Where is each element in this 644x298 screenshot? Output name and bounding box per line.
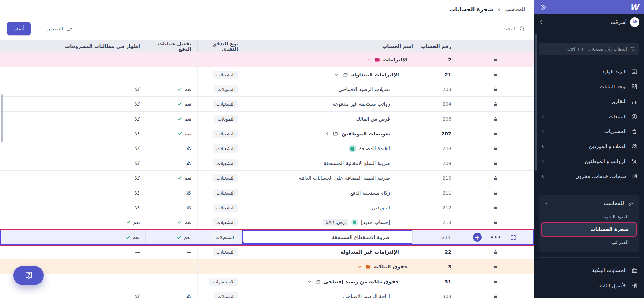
cell-cashflow-type[interactable]: التشغيلات (197, 141, 243, 156)
table-row[interactable]: 207تعويضات الموظفينالتشغيلاتنعمكلا (0, 126, 534, 141)
cell-payments-enabled[interactable]: كلا (146, 141, 197, 156)
cell-account-number[interactable]: 212 (413, 200, 457, 215)
cell-account-number[interactable]: 207 (413, 126, 457, 141)
cell-show-in-expense-claims[interactable]: — (0, 67, 146, 82)
cell-show-in-expense-claims[interactable]: كلا (0, 82, 146, 96)
cell-show-in-expense-claims[interactable]: نعم (0, 215, 146, 229)
sidebar-item-reports[interactable]: التقارير (534, 94, 644, 109)
cell-account-name[interactable]: حقوق الملكية (243, 259, 413, 274)
cell-account-number[interactable]: 209 (413, 156, 457, 170)
cell-account-number[interactable]: 206 (413, 112, 457, 126)
cell-account-name[interactable]: تعويضات الموظفين (243, 126, 413, 141)
cell-account-name[interactable]: [حساب جديد]ر.س. SAR (243, 215, 413, 229)
table-row[interactable]: 3حقوق الملكية——— (0, 259, 534, 274)
cell-account-name[interactable]: ضريبة الاستقطاع المستحقة (242, 230, 412, 244)
cell-cashflow-type[interactable]: التشغيلات (197, 97, 243, 111)
cell-cashflow-type[interactable]: التمويلات (197, 82, 243, 96)
cell-cashflow-type[interactable]: التشغيلات (197, 156, 243, 170)
cell-account-number[interactable]: 31 (413, 274, 457, 289)
sidebar-item-bank-accounts[interactable]: الحسابات البنكية (534, 263, 644, 278)
cell-show-in-expense-claims[interactable]: كلا (0, 289, 146, 298)
expand-row-icon[interactable] (510, 234, 516, 241)
table-row[interactable]: 31حقوق ملكية من رصيد إفتتاحىالاستثمارات—… (0, 274, 534, 289)
sidebar-item-chart-of-accounts[interactable]: شجرة الحسابات (542, 223, 636, 236)
cell-payments-enabled[interactable]: — (146, 52, 197, 67)
cell-cashflow-type[interactable]: — (197, 259, 243, 274)
cell-cashflow-type[interactable]: التشغيلات (197, 171, 243, 185)
cell-cashflow-type[interactable]: التشغيلات (197, 245, 243, 259)
cell-payments-enabled[interactable]: كلا (146, 289, 197, 298)
cell-cashflow-type[interactable]: التمويلات (197, 289, 243, 298)
cell-cashflow-type[interactable]: — (197, 52, 243, 67)
sidebar-item-manual-journals[interactable]: القيود اليدوية (542, 210, 636, 223)
cell-account-name[interactable]: الموردين (243, 200, 413, 215)
cell-cashflow-type[interactable]: التشغيلات (197, 215, 243, 229)
cell-cashflow-type[interactable]: الاستثمارات (197, 274, 243, 289)
cell-payments-enabled[interactable]: نعم (145, 230, 197, 244)
cell-show-in-expense-claims[interactable]: كلا (0, 156, 146, 170)
cell-account-number[interactable]: 3 (413, 259, 457, 274)
cell-payments-enabled[interactable]: كلا (146, 156, 197, 170)
cell-account-number[interactable]: 204 (413, 97, 457, 111)
help-button[interactable] (13, 266, 44, 285)
cell-show-in-expense-claims[interactable]: كلا (0, 141, 146, 156)
cell-payments-enabled[interactable]: نعم (146, 171, 197, 185)
cell-payments-enabled[interactable]: نعم (146, 97, 197, 111)
cell-payments-enabled[interactable]: نعم (146, 82, 197, 96)
export-button[interactable]: التصدير (45, 25, 74, 32)
cell-show-in-expense-claims[interactable]: كلا (0, 200, 146, 215)
table-row[interactable]: 303ازاحة الرصيد الافتتاحيالتمويلاتكلاكلا (0, 289, 534, 298)
cell-payments-enabled[interactable]: نعم (146, 215, 197, 229)
cell-show-in-expense-claims[interactable]: نعم (1, 230, 145, 244)
table-row[interactable]: 213[حساب جديد]ر.س. SARالتشغيلاتنعمنعم (0, 215, 534, 230)
table-row[interactable]: 208القيمة المضافةالتشغيلاتكلاكلا (0, 141, 534, 156)
cell-account-number[interactable]: 21 (413, 67, 457, 82)
cell-payments-enabled[interactable]: — (146, 274, 197, 289)
sidebar-item-taxes[interactable]: الضرائب (542, 236, 636, 249)
breadcrumb-parent[interactable]: للمحاسب (505, 6, 525, 12)
cell-account-number[interactable]: 214 (412, 230, 456, 244)
cell-account-name[interactable]: تعديلات الرصيد الافتتاحي (243, 82, 413, 96)
cell-payments-enabled[interactable]: نعم (146, 112, 197, 126)
cell-account-name[interactable]: حقوق ملكية من رصيد إفتتاحى (243, 274, 413, 289)
sidebar-item-sales[interactable]: المبيعات (534, 109, 644, 124)
cell-fill-handle[interactable] (242, 242, 244, 244)
cell-cashflow-type[interactable]: التشغيلات (197, 126, 243, 141)
cell-account-name[interactable]: زكاة مستحقة الدفع (243, 185, 413, 200)
cell-account-number[interactable]: 211 (413, 185, 457, 200)
table-row[interactable]: 203تعديلات الرصيد الافتتاحيالتمويلاتنعمك… (0, 82, 534, 97)
cell-account-number[interactable]: 22 (413, 245, 457, 259)
cell-show-in-expense-claims[interactable]: كلا (0, 185, 146, 200)
table-row[interactable]: 212الموردينالتشغيلاتكلاكلا (0, 200, 534, 215)
sidebar-item-fixed-assets[interactable]: الأصول الثابتة (534, 278, 644, 293)
cell-show-in-expense-claims[interactable]: — (0, 52, 146, 67)
add-subaccount-icon[interactable]: + (473, 233, 482, 242)
cell-show-in-expense-claims[interactable]: — (0, 245, 146, 259)
table-row[interactable]: 211زكاة مستحقة الدفعالتشغيلاتكلاكلا (0, 185, 534, 200)
cell-account-number[interactable]: 213 (413, 215, 457, 229)
quick-search[interactable]: الذهاب إلى صفحة... Ctrl + P (539, 43, 639, 55)
cell-cashflow-type[interactable]: التمويلات (197, 112, 243, 126)
page-scrollbar[interactable] (1, 94, 3, 142)
cell-account-name[interactable]: الإلتزامات غير المتداولة (243, 245, 413, 259)
table-row[interactable]: 21الإلتزامات المتداولةالتشغيلات—— (0, 67, 534, 82)
cell-account-number[interactable]: 210 (413, 171, 457, 185)
user-menu[interactable]: W أشرقت (534, 14, 644, 30)
cell-account-name[interactable]: الإلتزامات (243, 52, 413, 67)
cell-account-name[interactable]: ضريبة القيمة المضافة على الحسابات الدائن… (243, 171, 413, 185)
table-row[interactable]: 22الإلتزامات غير المتداولةالتشغيلات—— (0, 245, 534, 259)
sidebar-item-contacts[interactable]: العملاء و الموردين (534, 139, 644, 154)
cell-cashflow-type[interactable]: التشغيلات (197, 200, 243, 215)
cell-account-name[interactable]: القيمة المضافة (243, 141, 413, 156)
sidebar-item-payroll[interactable]: الرواتب و الموظفين (534, 154, 644, 169)
cell-cashflow-type[interactable]: التشغيلات (197, 185, 243, 200)
sidebar-item-purchases[interactable]: المشتريات (534, 124, 644, 139)
table-row[interactable]: 209ضريبة السلع الانتقائية المستحقةالتشغي… (0, 156, 534, 171)
table-row[interactable]: •••+214ضريبة الاستقطاع المستحقةالتشغيلات… (0, 230, 534, 245)
cell-account-number[interactable]: 203 (413, 82, 457, 96)
sidebar-item-products[interactable]: منتجات، خدمات، مخزون (534, 169, 644, 184)
cell-payments-enabled[interactable]: — (146, 245, 197, 259)
cell-show-in-expense-claims[interactable]: كلا (0, 126, 146, 141)
cell-payments-enabled[interactable]: — (146, 67, 197, 82)
cell-account-name[interactable]: قرض من المالك (243, 112, 413, 126)
